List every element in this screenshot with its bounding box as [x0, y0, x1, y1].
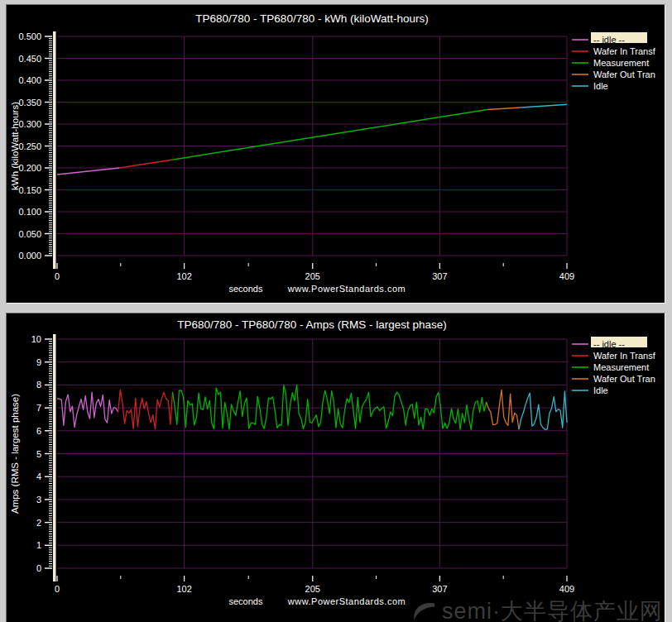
- y-axis-bar: [53, 31, 56, 269]
- y-tick-label: 8: [36, 380, 41, 390]
- y-axis-bar: [53, 334, 56, 581]
- kwh-chart: 0.0000.0500.1000.1500.2000.2500.3000.350…: [7, 5, 665, 303]
- y-tick-label: 0.350: [18, 98, 41, 108]
- series-line: [57, 168, 119, 175]
- y-tick-label: 0.000: [18, 251, 41, 261]
- legend-label: Wafer Out Tran: [593, 374, 655, 384]
- y-axis-label: Amps (RMS - largest phase): [10, 394, 20, 514]
- legend-label: Idle: [593, 385, 608, 395]
- x-tick-label: 307: [432, 584, 447, 594]
- y-tick-label: 6: [36, 426, 41, 436]
- legend-label: -- idle --: [593, 339, 625, 349]
- series-line: [487, 108, 521, 110]
- series-line: [118, 390, 173, 428]
- y-tick-label: 0.200: [18, 163, 41, 173]
- y-tick-label: 1: [36, 540, 41, 550]
- y-tick-label: 0.050: [18, 229, 41, 239]
- url-annotation: www.PowerStandards.com: [287, 284, 406, 294]
- series-line: [487, 390, 520, 429]
- y-tick-label: 0.500: [18, 31, 41, 41]
- y-tick-label: 0.300: [18, 119, 41, 129]
- y-tick-label: 2: [36, 518, 41, 528]
- amps-chart: 0123456789100102205307409Amps (RMS - lar…: [7, 313, 665, 622]
- legend-label: Measurement: [593, 58, 649, 68]
- x-tick-label: 205: [305, 271, 320, 281]
- y-tick-label: 10: [31, 334, 41, 344]
- kwh-chart-panel: 0.0000.0500.1000.1500.2000.2500.3000.350…: [6, 4, 665, 304]
- legend-label: Idle: [593, 81, 608, 91]
- chart-title: TP680/780 - TP680/780 - kWh (kiloWatt-ho…: [195, 12, 428, 25]
- series-line: [519, 391, 567, 429]
- y-tick-label: 0.250: [18, 141, 41, 151]
- series-line: [521, 104, 567, 108]
- y-tick-label: 4: [36, 471, 41, 481]
- series-line: [119, 160, 173, 168]
- legend-label: -- idle --: [593, 35, 625, 45]
- y-tick-label: 7: [36, 403, 41, 413]
- y-tick-label: 0.400: [18, 75, 41, 85]
- legend-label: Wafer In Transf: [593, 46, 656, 56]
- legend-label: Wafer Out Tran: [593, 69, 655, 79]
- y-tick-label: 0.100: [18, 207, 41, 217]
- power-analyzer-screen: 0.0000.0500.1000.1500.2000.2500.3000.350…: [0, 0, 672, 622]
- y-tick-label: 0.150: [18, 185, 41, 195]
- y-tick-label: 5: [36, 449, 41, 459]
- url-annotation: www.PowerStandards.com: [287, 596, 406, 606]
- series-line: [173, 385, 487, 429]
- x-tick-label: 102: [176, 271, 191, 281]
- semi-swoosh-logo: [411, 599, 436, 622]
- y-tick-label: 0.450: [18, 54, 41, 64]
- x-axis-label: seconds: [229, 284, 263, 294]
- legend-label: Wafer In Transf: [593, 351, 656, 361]
- x-tick-label: 102: [176, 584, 191, 594]
- x-tick-label: 0: [55, 584, 60, 594]
- x-tick-label: 205: [305, 584, 320, 594]
- legend-label: Measurement: [593, 362, 649, 372]
- amps-chart-panel: 0123456789100102205307409Amps (RMS - lar…: [6, 313, 665, 622]
- y-tick-label: 9: [36, 357, 41, 367]
- y-tick-label: 3: [36, 495, 41, 505]
- watermark-text: semi·大半导体产业网: [442, 596, 663, 622]
- x-tick-label: 307: [432, 271, 447, 281]
- x-tick-label: 409: [559, 584, 574, 594]
- chart-title: TP680/780 - TP680/780 - Amps (RMS - larg…: [177, 318, 446, 331]
- y-tick-label: 0: [36, 563, 41, 573]
- series-line: [57, 392, 118, 428]
- x-axis-label: seconds: [229, 596, 263, 606]
- y-axis-label: kWh (kiloWatt-hours): [10, 102, 20, 190]
- x-tick-label: 0: [55, 271, 60, 281]
- x-tick-label: 409: [559, 271, 574, 281]
- watermark: semi·大半导体产业网: [411, 596, 663, 622]
